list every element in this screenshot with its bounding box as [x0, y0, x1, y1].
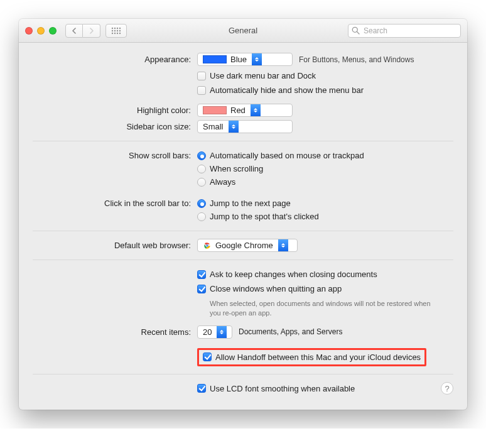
show-all-button[interactable] [105, 24, 127, 38]
checkbox-icon [197, 72, 206, 80]
radio-icon [197, 178, 206, 187]
browser-value: Google Chrome [215, 241, 273, 250]
recent-items-suffix: Documents, Apps, and Servers [239, 327, 342, 336]
back-button[interactable] [65, 24, 83, 38]
close-windows-checkbox[interactable]: Close windows when quitting an app [197, 284, 342, 293]
svg-point-2 [117, 27, 118, 28]
checkbox-icon [203, 352, 212, 361]
checkbox-icon [197, 86, 206, 95]
scrollclick-opt-0: Jump to the next page [210, 199, 291, 208]
appearance-suffix: For Buttons, Menus, and Windows [299, 55, 414, 64]
radio-icon [197, 199, 206, 208]
svg-point-3 [119, 27, 121, 28]
svg-point-8 [112, 32, 113, 33]
svg-point-0 [112, 27, 113, 28]
content-area: Appearance: Blue For Buttons, Menus, and… [19, 43, 467, 410]
help-icon: ? [445, 384, 449, 393]
minimize-window-button[interactable] [37, 27, 45, 35]
search-field-wrap [348, 24, 461, 38]
dark-menubar-label: Use dark menu bar and Dock [210, 71, 316, 80]
checkbox-icon [197, 285, 206, 293]
radio-icon [197, 151, 206, 160]
divider [33, 260, 453, 260]
scrollbars-auto-radio[interactable]: Automatically based on mouse or trackpad [197, 151, 364, 160]
updown-arrows-icon [278, 239, 288, 251]
updown-arrows-icon [217, 326, 227, 338]
handoff-checkbox[interactable]: Allow Handoff between this Mac and your … [203, 352, 421, 362]
autohide-menubar-checkbox[interactable]: Automatically hide and show the menu bar [197, 85, 364, 95]
ask-keep-changes-label: Ask to keep changes when closing documen… [210, 270, 377, 279]
highlight-popup[interactable]: Red [197, 104, 293, 117]
scrollbars-opt-1: When scrolling [210, 164, 263, 173]
radio-icon [197, 212, 206, 221]
appearance-value: Blue [230, 55, 247, 64]
svg-point-17 [207, 244, 208, 246]
scrollbars-scrolling-radio[interactable]: When scrolling [197, 164, 263, 173]
svg-line-13 [357, 31, 360, 34]
highlight-label: Highlight color: [33, 104, 197, 115]
radio-icon [197, 165, 206, 173]
lcd-smoothing-checkbox[interactable]: Use LCD font smoothing when available [197, 384, 355, 393]
zoom-window-button[interactable] [49, 27, 57, 35]
search-icon [352, 26, 360, 36]
window-controls [25, 27, 57, 35]
red-swatch-icon [203, 106, 227, 114]
checkbox-icon [197, 270, 206, 279]
search-input[interactable] [348, 24, 461, 38]
scrollbars-opt-0: Automatically based on mouse or trackpad [210, 151, 364, 160]
grid-icon [111, 27, 121, 35]
handoff-highlight: Allow Handoff between this Mac and your … [197, 348, 426, 366]
sidebar-size-popup[interactable]: Small [197, 120, 293, 133]
handoff-label: Allow Handoff between this Mac and your … [215, 352, 421, 362]
chrome-icon [203, 241, 212, 250]
svg-point-5 [114, 30, 116, 31]
svg-point-9 [114, 32, 116, 33]
recent-items-value: 20 [203, 327, 212, 337]
appearance-label: Appearance: [33, 53, 197, 64]
checkbox-icon [197, 384, 206, 393]
sidebar-size-value: Small [203, 122, 224, 131]
chevron-right-icon [89, 28, 94, 34]
sidebar-size-label: Sidebar icon size: [33, 120, 197, 131]
svg-point-7 [119, 30, 121, 31]
updown-arrows-icon [251, 104, 261, 116]
forward-button[interactable] [83, 24, 100, 38]
scrollbars-label: Show scroll bars: [33, 149, 197, 160]
autohide-menubar-label: Automatically hide and show the menu bar [210, 85, 364, 95]
divider [33, 141, 453, 141]
svg-point-4 [112, 30, 113, 31]
blue-swatch-icon [203, 55, 227, 63]
close-window-button[interactable] [25, 27, 33, 35]
scrollbars-always-radio[interactable]: Always [197, 177, 235, 187]
dark-menubar-checkbox[interactable]: Use dark menu bar and Dock [197, 71, 316, 80]
recent-items-label: Recent items: [33, 325, 197, 337]
help-button[interactable]: ? [441, 382, 453, 395]
close-windows-label: Close windows when quitting an app [210, 284, 342, 293]
default-browser-popup[interactable]: Google Chrome [197, 239, 298, 252]
lcd-smoothing-label: Use LCD font smoothing when available [210, 384, 355, 393]
close-windows-note: When selected, open documents and window… [210, 299, 436, 319]
updown-arrows-icon [252, 53, 262, 65]
preferences-window: General Appearance: Blue For Buttons, Me… [19, 19, 467, 410]
scrollbars-opt-2: Always [210, 177, 235, 187]
updown-arrows-icon [229, 121, 239, 133]
highlight-value: Red [230, 106, 246, 115]
svg-point-1 [114, 27, 116, 28]
scrollclick-page-radio[interactable]: Jump to the next page [197, 199, 291, 208]
svg-point-11 [119, 32, 121, 33]
divider [33, 231, 453, 231]
recent-items-popup[interactable]: 20 [197, 325, 232, 339]
titlebar: General [19, 19, 467, 43]
scrollclick-label: Click in the scroll bar to: [33, 197, 197, 208]
appearance-popup[interactable]: Blue [197, 53, 293, 66]
divider [33, 374, 453, 374]
ask-keep-changes-checkbox[interactable]: Ask to keep changes when closing documen… [197, 270, 377, 279]
svg-point-6 [117, 30, 118, 31]
chevron-left-icon [72, 28, 77, 34]
scrollclick-spot-radio[interactable]: Jump to the spot that's clicked [197, 212, 319, 221]
scrollclick-opt-1: Jump to the spot that's clicked [210, 212, 319, 221]
browser-label: Default web browser: [33, 239, 197, 250]
svg-point-10 [117, 32, 118, 33]
nav-buttons [65, 24, 100, 38]
